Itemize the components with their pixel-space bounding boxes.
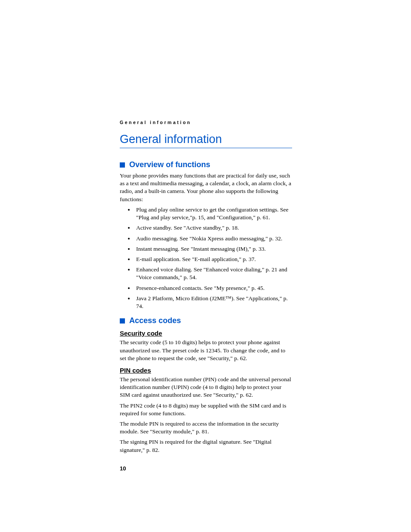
list-item: E-mail application. See "E-mail applicat…	[134, 255, 292, 263]
subsection-security-code: Security code	[120, 330, 292, 337]
list-item: Active standby. See "Active standby," p.…	[134, 224, 292, 232]
overview-bullet-list: Plug and play online service to get the …	[120, 206, 292, 310]
overview-intro-text: Your phone provides many functions that …	[120, 172, 292, 203]
subsection-pin-codes: PIN codes	[120, 367, 292, 374]
document-page: General information General information …	[0, 0, 352, 472]
square-bullet-icon	[120, 318, 125, 324]
list-item: Java 2 Platform, Micro Edition (J2ME™). …	[134, 295, 292, 310]
section-overview-of-functions: Overview of functions	[120, 160, 292, 169]
page-number: 10	[120, 465, 292, 472]
chapter-title: General information	[120, 133, 292, 148]
running-header: General information	[120, 120, 292, 125]
pin-codes-text-1: The personal identification number (PIN)…	[120, 376, 292, 399]
security-code-text: The security code (5 to 10 digits) helps…	[120, 339, 292, 362]
pin-codes-text-2: The PIN2 code (4 to 8 digits) may be sup…	[120, 402, 292, 417]
list-item: Instant messaging. See "Instant messagin…	[134, 245, 292, 253]
section-title-text: Access codes	[129, 316, 181, 325]
square-bullet-icon	[120, 162, 125, 168]
pin-codes-text-3: The module PIN is required to access the…	[120, 420, 292, 436]
pin-codes-text-4: The signing PIN is required for the digi…	[120, 438, 292, 454]
section-access-codes: Access codes	[120, 316, 292, 325]
list-item: Enhanced voice dialing. See "Enhanced vo…	[134, 266, 292, 281]
list-item: Presence-enhanced contacts. See "My pres…	[134, 284, 292, 292]
section-title-text: Overview of functions	[129, 160, 210, 169]
list-item: Plug and play online service to get the …	[134, 206, 292, 221]
list-item: Audio messaging. See "Nokia Xpress audio…	[134, 235, 292, 243]
